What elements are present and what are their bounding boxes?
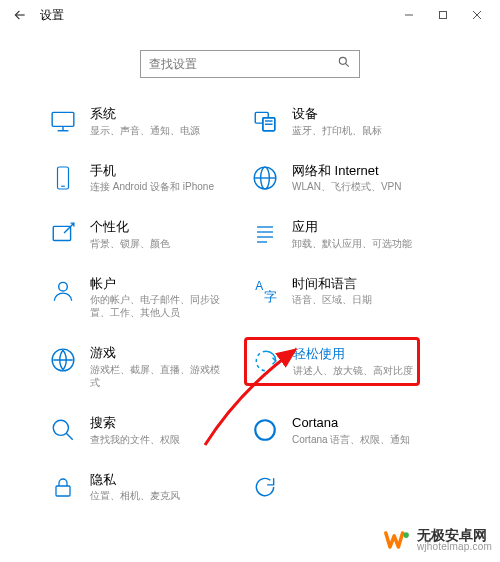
item-title: 隐私: [90, 472, 180, 488]
personalization-icon: [48, 219, 78, 249]
item-title: 系统: [90, 106, 200, 122]
window-title: 设置: [40, 7, 64, 24]
item-desc: WLAN、飞行模式、VPN: [292, 180, 401, 193]
item-desc: 连接 Android 设备和 iPhone: [90, 180, 214, 193]
item-desc: 语音、区域、日期: [292, 293, 372, 306]
update-icon: [250, 472, 280, 502]
item-title: 时间和语言: [292, 276, 372, 292]
item-title: 帐户: [90, 276, 225, 292]
search-category-icon: [48, 415, 78, 445]
item-desc: 卸载、默认应用、可选功能: [292, 237, 412, 250]
apps-icon: [250, 219, 280, 249]
watermark-logo-icon: [383, 526, 411, 554]
close-button[interactable]: [460, 4, 494, 26]
item-desc: Cortana 语言、权限、通知: [292, 433, 410, 446]
item-title: 设备: [292, 106, 382, 122]
svg-line-6: [345, 63, 348, 66]
item-title: 应用: [292, 219, 412, 235]
content-area: 系统 显示、声音、通知、电源 设备 蓝牙、打印机、鼠标 手机 连接 Androi…: [0, 30, 500, 502]
settings-item-system[interactable]: 系统 显示、声音、通知、电源: [48, 106, 250, 137]
settings-item-apps[interactable]: 应用 卸载、默认应用、可选功能: [250, 219, 452, 250]
svg-text:字: 字: [264, 289, 277, 304]
svg-line-30: [66, 433, 73, 440]
privacy-icon: [48, 472, 78, 502]
settings-item-ease-of-access[interactable]: 轻松使用 讲述人、放大镜、高对比度: [250, 345, 452, 389]
search-icon: [337, 55, 351, 73]
item-desc: 游戏栏、截屏、直播、游戏模式: [90, 363, 225, 389]
svg-point-25: [59, 282, 68, 291]
item-desc: 背景、锁屏、颜色: [90, 237, 170, 250]
svg-point-29: [53, 420, 68, 435]
devices-icon: [250, 106, 280, 136]
item-desc: 你的帐户、电子邮件、同步设置、工作、其他人员: [90, 293, 225, 319]
svg-point-31: [255, 420, 275, 440]
cortana-icon: [250, 415, 280, 445]
settings-item-time-language[interactable]: A字 时间和语言 语音、区域、日期: [250, 276, 452, 320]
watermark-url: wjhotelmap.com: [417, 542, 492, 552]
time-language-icon: A字: [250, 276, 280, 306]
item-title: 轻松使用: [293, 346, 413, 362]
settings-item-update[interactable]: [250, 472, 452, 503]
watermark: 无极安卓网 wjhotelmap.com: [383, 526, 492, 554]
titlebar: 设置: [0, 0, 500, 30]
settings-item-phone[interactable]: 手机 连接 Android 设备和 iPhone: [48, 163, 250, 194]
back-button[interactable]: [6, 4, 34, 26]
item-title: Cortana: [292, 415, 410, 431]
settings-grid: 系统 显示、声音、通知、电源 设备 蓝牙、打印机、鼠标 手机 连接 Androi…: [0, 106, 500, 502]
svg-point-33: [403, 532, 409, 538]
settings-item-devices[interactable]: 设备 蓝牙、打印机、鼠标: [250, 106, 452, 137]
system-icon: [48, 106, 78, 136]
item-title: 游戏: [90, 345, 225, 361]
svg-rect-2: [440, 12, 447, 19]
highlight-box: 轻松使用 讲述人、放大镜、高对比度: [244, 337, 420, 386]
search-box[interactable]: [140, 50, 360, 78]
svg-text:A: A: [255, 279, 263, 293]
settings-item-personalization[interactable]: 个性化 背景、锁屏、颜色: [48, 219, 250, 250]
accounts-icon: [48, 276, 78, 306]
settings-item-accounts[interactable]: 帐户 你的帐户、电子邮件、同步设置、工作、其他人员: [48, 276, 250, 320]
item-title: 个性化: [90, 219, 170, 235]
minimize-button[interactable]: [392, 4, 426, 26]
phone-icon: [48, 163, 78, 193]
settings-item-cortana[interactable]: Cortana Cortana 语言、权限、通知: [250, 415, 452, 446]
item-title: 搜索: [90, 415, 180, 431]
item-desc: 蓝牙、打印机、鼠标: [292, 124, 382, 137]
settings-item-privacy[interactable]: 隐私 位置、相机、麦克风: [48, 472, 250, 503]
item-desc: 显示、声音、通知、电源: [90, 124, 200, 137]
svg-rect-32: [56, 486, 70, 496]
settings-item-gaming[interactable]: 游戏 游戏栏、截屏、直播、游戏模式: [48, 345, 250, 389]
item-desc: 位置、相机、麦克风: [90, 489, 180, 502]
network-icon: [250, 163, 280, 193]
svg-rect-7: [52, 112, 74, 126]
item-title: 手机: [90, 163, 214, 179]
settings-item-network[interactable]: 网络和 Internet WLAN、飞行模式、VPN: [250, 163, 452, 194]
search-input[interactable]: [149, 57, 337, 71]
ease-of-access-icon: [251, 346, 281, 376]
gaming-icon: [48, 345, 78, 375]
settings-item-search[interactable]: 搜索 查找我的文件、权限: [48, 415, 250, 446]
maximize-button[interactable]: [426, 4, 460, 26]
watermark-title: 无极安卓网: [417, 528, 492, 542]
item-title: 网络和 Internet: [292, 163, 401, 179]
item-desc: 讲述人、放大镜、高对比度: [293, 364, 413, 377]
svg-point-5: [339, 57, 346, 64]
item-desc: 查找我的文件、权限: [90, 433, 180, 446]
